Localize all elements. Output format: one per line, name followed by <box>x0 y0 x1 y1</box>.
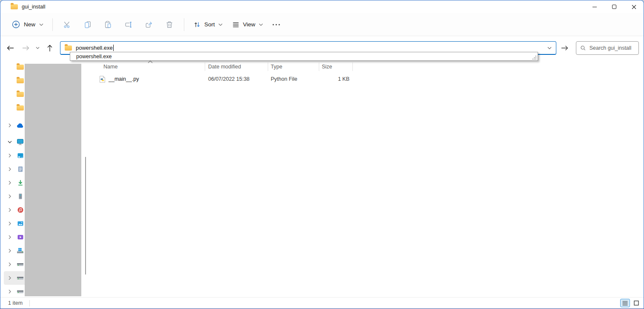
resize-grip-icon[interactable] <box>532 55 537 60</box>
onedrive-icon <box>17 122 24 129</box>
recent-locations-button[interactable] <box>33 42 42 54</box>
share-icon <box>145 20 153 29</box>
file-size: 1 KB <box>315 74 349 84</box>
new-button-label: New <box>24 21 35 28</box>
expand-chevron-icon[interactable] <box>7 123 12 128</box>
toolbar-divider <box>184 18 184 31</box>
expand-chevron-icon[interactable] <box>7 248 12 253</box>
pictures-icon <box>17 220 24 227</box>
rename-icon <box>124 20 133 29</box>
search-box[interactable] <box>576 41 639 55</box>
chevron-down-icon <box>547 47 552 49</box>
view-icon <box>232 21 240 28</box>
search-icon <box>581 45 586 51</box>
file-row[interactable]: __main__.py 06/07/2022 15:38 Python File… <box>90 74 644 84</box>
large-icons-view-icon <box>634 300 639 306</box>
copy-icon <box>83 20 92 29</box>
folder-icon <box>17 105 24 111</box>
column-divider[interactable] <box>268 62 268 71</box>
titlebar: gui_install <box>0 0 644 13</box>
sidebar-scrollbar[interactable] <box>85 157 86 275</box>
window-folder-icon <box>11 4 18 9</box>
close-icon <box>632 5 636 9</box>
forward-arrow-icon <box>22 45 29 51</box>
music-icon <box>17 207 24 214</box>
sort-ascending-icon <box>148 60 153 63</box>
address-dropdown-button[interactable] <box>547 47 552 49</box>
delete-icon <box>165 20 174 29</box>
file-type: Python File <box>271 74 298 84</box>
item-count: 1 item <box>8 300 23 306</box>
column-header-size[interactable]: Size <box>322 62 332 71</box>
cut-icon <box>63 20 72 29</box>
desktop-icon <box>17 152 24 159</box>
up-arrow-icon <box>47 45 53 52</box>
redacted-labels-block <box>25 64 81 296</box>
search-input[interactable] <box>590 45 634 51</box>
expand-chevron-icon[interactable] <box>7 207 12 213</box>
text-cursor <box>113 45 114 51</box>
local-disk-icon <box>17 261 24 268</box>
file-list-pane: Name Date modified Type Size __ma <box>90 60 644 297</box>
column-divider[interactable] <box>319 62 319 71</box>
go-to-button[interactable] <box>558 41 571 55</box>
expand-chevron-icon[interactable] <box>7 153 12 158</box>
autocomplete-suggestion[interactable]: powershell.exe <box>76 54 112 60</box>
expand-chevron-icon[interactable] <box>7 262 12 267</box>
column-divider[interactable] <box>205 62 205 71</box>
expand-chevron-icon[interactable] <box>7 194 12 199</box>
column-header-date-modified[interactable]: Date modified <box>208 62 241 71</box>
folder-icon <box>17 92 24 97</box>
column-header-type[interactable]: Type <box>271 62 282 71</box>
minimize-button[interactable] <box>585 0 604 13</box>
expand-chevron-icon[interactable] <box>7 180 12 185</box>
window-controls <box>585 0 644 13</box>
windows-drive-icon <box>17 247 24 255</box>
explorer-body: Name Date modified Type Size __ma <box>0 60 644 297</box>
share-button[interactable] <box>139 16 159 33</box>
go-arrow-icon <box>561 45 568 51</box>
details-view-button[interactable] <box>620 299 630 307</box>
close-button[interactable] <box>624 0 644 13</box>
sort-button-label: Sort <box>204 21 215 28</box>
address-input-text: powershell.exe <box>76 45 113 51</box>
maximize-button[interactable] <box>604 0 624 13</box>
sort-icon <box>193 21 201 28</box>
back-arrow-icon <box>7 45 14 51</box>
forward-button[interactable] <box>19 42 32 54</box>
expand-chevron-icon[interactable] <box>7 289 12 294</box>
expand-chevron-icon[interactable] <box>7 167 12 172</box>
cut-button[interactable] <box>57 16 77 33</box>
maximize-icon <box>612 5 616 9</box>
copy-button[interactable] <box>77 16 98 33</box>
collapse-chevron-icon[interactable] <box>7 139 12 145</box>
large-icons-view-button[interactable] <box>631 299 641 307</box>
paste-button[interactable] <box>98 16 118 33</box>
folder-icon <box>17 78 24 83</box>
window-title: gui_install <box>22 4 46 10</box>
local-disk-icon <box>17 275 24 282</box>
this-pc-icon <box>17 139 24 146</box>
chevron-down-icon <box>218 23 223 26</box>
column-divider[interactable] <box>352 62 353 71</box>
view-toggles <box>620 299 641 307</box>
expand-chevron-icon[interactable] <box>7 235 12 240</box>
chevron-down-icon <box>39 23 43 26</box>
view-button[interactable]: View <box>227 17 268 33</box>
back-button[interactable] <box>4 42 17 54</box>
address-autocomplete-dropdown: powershell.exe <box>70 52 538 61</box>
delete-button[interactable] <box>159 16 180 33</box>
status-divider <box>29 300 30 306</box>
sort-button[interactable]: Sort <box>189 17 227 33</box>
local-disk-icon <box>17 288 24 295</box>
rename-button[interactable] <box>118 16 139 33</box>
up-button[interactable] <box>43 42 56 54</box>
details-view-icon <box>622 301 628 306</box>
folder-icon <box>17 65 24 70</box>
file-explorer-window: gui_install New <box>0 0 644 309</box>
see-more-button[interactable] <box>268 17 285 33</box>
new-button[interactable]: New <box>7 17 48 33</box>
column-header-name[interactable]: Name <box>103 62 117 71</box>
expand-chevron-icon[interactable] <box>7 221 12 226</box>
expand-chevron-icon[interactable] <box>7 275 12 281</box>
